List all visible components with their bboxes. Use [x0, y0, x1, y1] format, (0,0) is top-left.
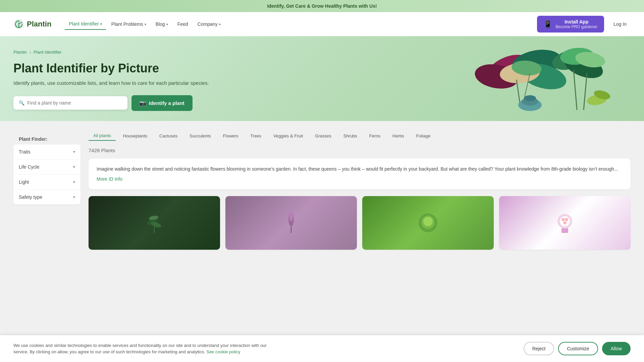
svg-line-15 — [584, 73, 587, 110]
sidebar: Plant Finder: Traits ▾ Life Cycle ▾ Ligh… — [13, 131, 80, 250]
hero-section: Plantin › Plant Identifier Plant Identif… — [0, 36, 644, 121]
tab-foliage[interactable]: Foliage — [412, 131, 435, 141]
chevron-down-icon: ▾ — [219, 22, 221, 26]
plant-card[interactable] — [89, 196, 220, 250]
phone-icon: 📱 — [544, 20, 552, 28]
svg-line-8 — [517, 80, 520, 103]
filter-safety-type-label: Safety type — [19, 194, 42, 200]
camera-icon: 📷 — [140, 100, 146, 106]
svg-point-34 — [561, 218, 565, 221]
tab-succulents[interactable]: Succulents — [185, 131, 216, 141]
nav-plant-problems[interactable]: Plant Problems ▾ — [107, 19, 150, 29]
svg-point-30 — [423, 217, 433, 226]
category-tabs: All plants Houseplants Cactuses Succulen… — [89, 131, 631, 141]
hero-content: Plant Identifier by Picture Identify pla… — [13, 61, 215, 111]
logo-icon — [13, 19, 24, 29]
plant-card[interactable] — [499, 196, 631, 250]
plant-image — [362, 196, 494, 250]
filter-safety-type[interactable]: Safety type ▾ — [13, 190, 80, 204]
tab-flowers[interactable]: Flowers — [218, 131, 243, 141]
top-banner: Identify, Get Care & Grow Healthy Plants… — [0, 0, 644, 12]
plant-grid — [89, 196, 631, 250]
logo-text: Plantin — [27, 20, 51, 28]
main-nav: Plant Identifier ▾ Plant Problems ▾ Blog… — [65, 18, 537, 30]
nav-feed[interactable]: Feed — [173, 19, 192, 29]
main-content: Plant Finder: Traits ▾ Life Cycle ▾ Ligh… — [0, 121, 644, 260]
search-icon: 🔍 — [19, 100, 24, 106]
info-card: Imagine walking down the street and noti… — [89, 159, 631, 190]
tab-veggies-fruit[interactable]: Veggies & Fruit — [269, 131, 308, 141]
svg-point-36 — [563, 221, 567, 225]
chevron-down-icon: ▾ — [166, 22, 168, 26]
breadcrumb-separator: › — [30, 50, 31, 55]
plant-list-area: All plants Houseplants Cactuses Succulen… — [89, 131, 631, 250]
nav-blog[interactable]: Blog ▾ — [152, 19, 172, 29]
tab-grasses[interactable]: Grasses — [310, 131, 336, 141]
search-row: 🔍 📷 Identify a plant — [13, 95, 215, 111]
hero-description: Identify plants, use customizable lists,… — [13, 79, 215, 87]
chevron-down-icon: ▾ — [73, 195, 75, 199]
install-btn-sub: Become PRO gardener — [555, 24, 597, 29]
filter-life-cycle-label: Life Cycle — [19, 164, 39, 170]
chevron-down-icon: ▾ — [73, 180, 75, 184]
tab-all-plants[interactable]: All plants — [89, 131, 116, 141]
svg-line-14 — [574, 70, 577, 110]
install-btn-main: Install App — [555, 19, 597, 24]
chevron-down-icon: ▾ — [100, 22, 102, 26]
filter-life-cycle[interactable]: Life Cycle ▾ — [13, 160, 80, 175]
more-id-info-link[interactable]: More ID Info — [97, 175, 623, 183]
header: Plantin Plant Identifier ▾ Plant Problem… — [0, 12, 644, 36]
chevron-down-icon: ▾ — [73, 149, 75, 154]
plant-image — [499, 196, 631, 250]
plant-count: 7428 Plants — [89, 147, 631, 153]
tab-shrubs[interactable]: Shrubs — [339, 131, 362, 141]
svg-point-35 — [565, 218, 568, 221]
info-text: Imagine walking down the street and noti… — [97, 165, 623, 173]
logo[interactable]: Plantin — [13, 19, 51, 29]
tab-herbs[interactable]: Herbs — [388, 131, 409, 141]
filter-traits-label: Traits — [19, 149, 30, 155]
filter-light-label: Light — [19, 179, 29, 185]
svg-point-18 — [524, 95, 536, 101]
tab-trees[interactable]: Trees — [246, 131, 266, 141]
plant-card[interactable] — [225, 196, 357, 250]
header-right: 📱 Install App Become PRO gardener Log In — [537, 16, 631, 33]
search-input[interactable] — [27, 100, 122, 106]
chevron-down-icon: ▾ — [145, 22, 146, 26]
svg-point-27 — [289, 211, 293, 221]
filter-light[interactable]: Light ▾ — [13, 175, 80, 190]
tab-ferns[interactable]: Ferns — [365, 131, 385, 141]
nav-company[interactable]: Company ▾ — [194, 19, 225, 29]
filter-traits[interactable]: Traits ▾ — [13, 144, 80, 160]
plant-image — [225, 196, 357, 250]
filter-section: Traits ▾ Life Cycle ▾ Light ▾ Safety typ… — [13, 144, 80, 204]
install-app-button[interactable]: 📱 Install App Become PRO gardener — [537, 16, 604, 33]
svg-point-1 — [18, 21, 19, 22]
hero-illustration — [443, 43, 610, 117]
plant-card[interactable] — [362, 196, 494, 250]
search-box: 🔍 — [13, 96, 127, 110]
login-button[interactable]: Log In — [609, 19, 631, 29]
plant-image — [89, 196, 220, 250]
svg-rect-31 — [561, 228, 568, 233]
banner-text: Identify, Get Care & Grow Healthy Plants… — [267, 3, 377, 9]
chevron-down-icon: ▾ — [73, 165, 75, 169]
breadcrumb-current: Plant Identifier — [34, 50, 61, 55]
nav-plant-identifier[interactable]: Plant Identifier ▾ — [65, 18, 106, 30]
breadcrumb-home[interactable]: Plantin — [13, 50, 27, 55]
identify-plant-button[interactable]: 📷 Identify a plant — [131, 95, 193, 111]
tab-cactuses[interactable]: Cactuses — [155, 131, 182, 141]
sidebar-header: Plant Finder: — [13, 131, 80, 144]
tab-houseplants[interactable]: Houseplants — [118, 131, 152, 141]
hero-title: Plant Identifier by Picture — [13, 61, 215, 75]
